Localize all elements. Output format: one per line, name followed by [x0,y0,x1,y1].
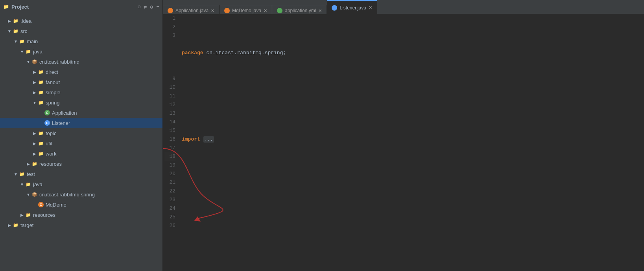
editor-wrapper: 1 2 3 9 10 11 12 13 14 15 16 17 18 19 [163,14,644,271]
tab-label-application: Application.java [175,8,209,13]
tree-label-package-test: cn.itcast.rabbitmq.spring [39,192,95,198]
tree-item-resources-test[interactable]: ▶ 📁 resources [0,210,162,220]
arrow-src: ▼ [6,29,13,33]
tab-close-listener[interactable]: ✕ [369,5,372,10]
project-sidebar: ▶ 📁 .idea ▼ 📁 src ▼ 📁 main ▼ [0,14,163,271]
tab-bar: 📁 Project ⊕ ⇄ ⚙ − Application.java ✕ MqD… [0,0,644,14]
java-icon-application: C [44,110,50,116]
tree-label-src: src [20,28,27,34]
project-header-title: Project [11,4,29,10]
line-numbers: 1 2 3 9 10 11 12 13 14 15 16 17 18 19 [163,14,179,271]
tree-item-fanout[interactable]: ▶ 📁 fanout [0,77,162,87]
tree-label-topic: topic [46,130,56,136]
tree-item-java-main[interactable]: ▼ 📁 java [0,46,162,57]
code-area[interactable]: 1 2 3 9 10 11 12 13 14 15 16 17 18 19 [163,14,644,271]
tree-item-direct[interactable]: ▶ 📁 direct [0,67,162,77]
tab-label-yml: application.yml [285,8,316,13]
folder-icon-resources-main: 📁 [31,161,38,167]
line-num-25: 25 [164,213,175,222]
minimize-icon[interactable]: − [156,4,159,10]
arrow-resources-main: ▶ [25,162,31,166]
compass-icon[interactable]: ⊕ [138,4,141,10]
tree-label-fanout: fanout [46,79,60,85]
tab-icon-yml [277,8,282,13]
tree-item-simple[interactable]: ▶ 📁 simple [0,87,162,97]
folder-icon-package: 📦 [31,59,38,65]
folder-icon-java-main: 📁 [25,48,31,55]
tree-item-resources-main[interactable]: ▶ 📁 resources [0,159,162,169]
tree-label-resources-test: resources [33,212,55,218]
arrow-resources-test: ▶ [19,213,25,217]
line-num-19: 19 [164,161,175,170]
folder-icon-src: 📁 [13,28,19,34]
arrow-util: ▶ [31,141,38,146]
tabs-container: Application.java ✕ MqDemo.java ✕ applica… [163,0,644,14]
tree-item-util[interactable]: ▶ 📁 util [0,138,162,148]
tab-icon-mqdemo [224,8,230,13]
tree-label-idea: .idea [20,18,31,24]
tree-item-java-test[interactable]: ▼ 📁 java [0,179,162,189]
line-num-17: 17 [164,144,175,152]
tree-label-mqdemo: MqDemo [46,202,66,208]
line-num-20: 20 [164,170,175,178]
folder-icon-test: 📁 [19,171,25,177]
tree-item-package-test[interactable]: ▼ 📦 cn.itcast.rabbitmq.spring [0,189,162,200]
arrow-package: ▼ [25,60,31,64]
arrow-work: ▶ [31,152,38,156]
arrow-java-test: ▼ [19,182,25,187]
project-panel-header: 📁 Project ⊕ ⇄ ⚙ − [0,0,163,14]
tree-item-work[interactable]: ▶ 📁 work [0,148,162,159]
arrow-test: ▼ [13,172,19,176]
code-line-9 [182,247,644,256]
split-icon[interactable]: ⇄ [144,4,147,10]
tree-item-package[interactable]: ▼ 📦 cn.itcast.rabbitmq [0,57,162,67]
tree-item-target[interactable]: ▶ 📁 target [0,220,162,230]
tree-label-util: util [46,141,52,146]
kw-import: import [182,135,200,144]
line-num-9: 9 [164,75,175,83]
code-lines-gap [182,178,644,213]
tree-label-test: test [27,171,35,177]
tree-label-spring: spring [46,100,59,106]
tab-listener[interactable]: Listener.java ✕ [327,0,377,14]
tree-item-application[interactable]: C Application [0,108,162,118]
tree-label-application: Application [52,110,77,116]
code-line-2 [182,92,644,101]
tree-label-simple: simple [46,90,61,95]
line-num-3: 3 [164,31,175,40]
arrow-direct: ▶ [31,70,38,74]
tree-item-topic[interactable]: ▶ 📁 topic [0,128,162,138]
folder-icon-fanout: 📁 [38,79,44,85]
folder-icon-java-test: 📁 [25,181,31,187]
line-num-1: 1 [164,14,175,23]
tree-label-java-test: java [33,181,42,187]
tree-item-main[interactable]: ▼ 📁 main [0,36,162,46]
folder-icon-resources-test: 📁 [25,212,31,218]
line-num-15: 15 [164,126,175,135]
tree-item-spring[interactable]: ▼ 📁 spring [0,97,162,108]
arrow-simple: ▶ [31,90,38,95]
code-editor[interactable]: 1 2 3 9 10 11 12 13 14 15 16 17 18 19 [163,14,644,271]
tree-label-target: target [20,222,33,228]
gear-icon[interactable]: ⚙ [150,4,153,10]
tree-item-idea[interactable]: ▶ 📁 .idea [0,16,162,26]
arrow-spring: ▼ [31,101,38,105]
line-num-21: 21 [164,178,175,187]
line-num-16: 16 [164,135,175,144]
tab-close-mqdemo[interactable]: ✕ [264,8,267,13]
tree-label-package: cn.itcast.rabbitmq [39,59,79,65]
line-num-12: 12 [164,101,175,109]
folder-icon-spring: 📁 [38,99,44,106]
tab-close-application[interactable]: ✕ [211,8,214,13]
tree-item-test[interactable]: ▼ 📁 test [0,169,162,179]
tree-item-listener[interactable]: C Listener [0,118,162,128]
tree-label-resources-main: resources [39,161,62,167]
tab-close-yml[interactable]: ✕ [318,8,322,13]
tree-label-work: work [46,151,56,157]
arrow-topic: ▶ [31,131,38,136]
folder-icon-package-test: 📦 [31,191,38,198]
line-num-10: 10 [164,83,175,92]
code-content[interactable]: package cn.itcast.rabbitmq.spring; impor… [179,14,644,271]
tree-item-mqdemo[interactable]: C MqDemo [0,200,162,210]
tree-item-src[interactable]: ▼ 📁 src [0,26,162,36]
